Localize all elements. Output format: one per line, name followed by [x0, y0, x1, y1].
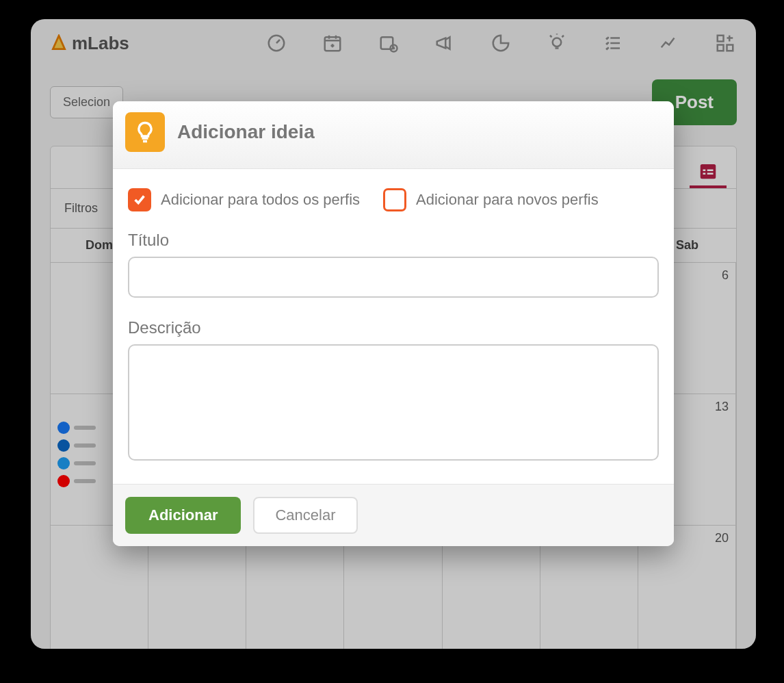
add-button[interactable]: Adicionar [125, 497, 241, 534]
checkbox-label: Adicionar para todos os perfis [161, 191, 360, 209]
checkbox-all-profiles[interactable]: Adicionar para todos os perfis [128, 188, 360, 211]
modal-title: Adicionar ideia [177, 121, 315, 143]
description-field-group: Descrição [128, 318, 659, 463]
lightbulb-icon [125, 112, 165, 152]
title-field-group: Título [128, 231, 659, 298]
checkbox-icon [383, 188, 406, 211]
checkbox-label: Adicionar para novos perfis [416, 191, 599, 209]
checkbox-icon [128, 188, 151, 211]
modal-body: Adicionar para todos os perfis Adicionar… [113, 169, 674, 484]
checkbox-new-profiles[interactable]: Adicionar para novos perfis [383, 188, 599, 211]
cancel-button[interactable]: Cancelar [253, 497, 357, 534]
description-input[interactable] [128, 344, 659, 461]
modal-footer: Adicionar Cancelar [113, 484, 674, 546]
description-label: Descrição [128, 318, 659, 337]
title-label: Título [128, 231, 659, 250]
add-idea-modal: Adicionar ideia Adicionar para todos os … [113, 101, 674, 546]
modal-header: Adicionar ideia [113, 101, 674, 169]
checkbox-row: Adicionar para todos os perfis Adicionar… [128, 188, 659, 211]
title-input[interactable] [128, 257, 659, 298]
